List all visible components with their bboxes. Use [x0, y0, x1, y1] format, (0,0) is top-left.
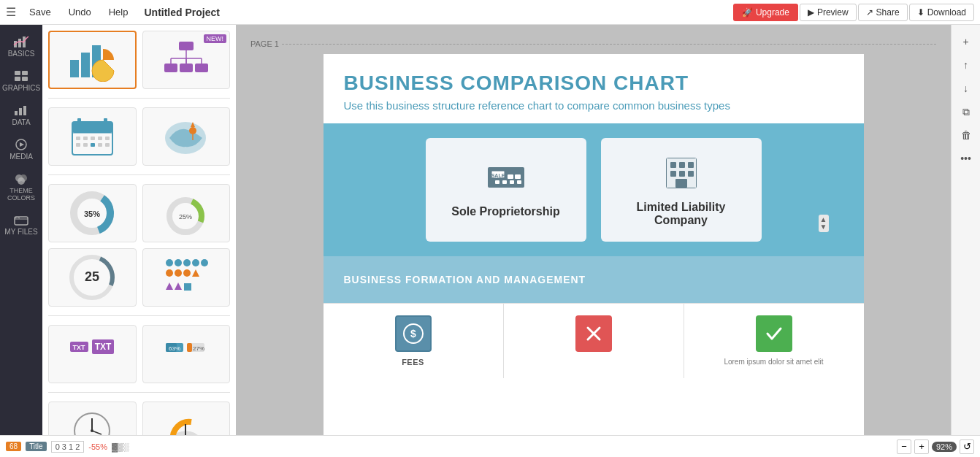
- svg-rect-21: [180, 64, 193, 72]
- panel-item-clock[interactable]: Premium: [48, 402, 137, 435]
- panel-item-gauge2[interactable]: Premium 45 min: [142, 402, 231, 435]
- svg-rect-17: [81, 53, 90, 77]
- panel-item-donut[interactable]: 35%: [48, 184, 137, 242]
- svg-text:SALE: SALE: [491, 173, 505, 178]
- infographic-section-header: BUSINESS FORMATION AND MANAGEMENT: [324, 256, 864, 303]
- panel-item-text-shapes[interactable]: TXT TXT: [48, 325, 137, 383]
- panel-item-org[interactable]: NEW!: [142, 31, 231, 89]
- panel-item-bars[interactable]: 63% 27%: [142, 325, 231, 383]
- svg-marker-64: [192, 269, 199, 277]
- sidebar-item-media[interactable]: MEDIA: [0, 134, 42, 165]
- cell-cross: [504, 304, 684, 378]
- color-bar: ▓▒░: [112, 442, 129, 451]
- svg-point-14: [18, 177, 25, 185]
- upgrade-icon: 🚀: [742, 7, 753, 18]
- scroll-down-arrow[interactable]: ▼: [820, 223, 827, 231]
- svg-rect-36: [98, 137, 102, 140]
- panel-item-dots[interactable]: [142, 248, 231, 307]
- save-button[interactable]: Save: [25, 5, 55, 19]
- panel-item-circle[interactable]: 25: [48, 248, 137, 307]
- panel-item-map[interactable]: [142, 107, 231, 166]
- svg-point-63: [183, 269, 191, 277]
- zoom-in-button[interactable]: +: [914, 439, 929, 454]
- preview-button[interactable]: ▶ Preview: [800, 4, 857, 21]
- undo-button[interactable]: Undo: [64, 5, 96, 19]
- svg-rect-38: [76, 143, 80, 147]
- svg-rect-7: [15, 111, 18, 115]
- svg-text:$: $: [410, 328, 416, 339]
- scroll-widget[interactable]: ▲ ▼: [819, 215, 829, 232]
- svg-point-60: [201, 259, 208, 266]
- svg-text:TXT: TXT: [94, 342, 111, 352]
- svg-rect-76: [187, 343, 192, 352]
- svg-point-59: [192, 259, 199, 266]
- svg-rect-35: [91, 137, 95, 140]
- bottom-bar: 68 Title 0 3 1 2 -55% ▓▒░ − + 92% ↺: [0, 435, 980, 457]
- upgrade-button[interactable]: 🚀 Upgrade: [733, 4, 798, 21]
- zoom-out-button[interactable]: −: [897, 439, 911, 454]
- download-button[interactable]: ⬇ Download: [909, 4, 974, 21]
- svg-rect-32: [104, 118, 107, 126]
- svg-point-58: [183, 259, 191, 266]
- check-cell-text: Lorem ipsum dolor sit amet elit: [724, 358, 823, 366]
- sidebar-item-theme-colors[interactable]: THEME COLORS: [0, 168, 42, 206]
- panel-item-chart[interactable]: [48, 31, 137, 89]
- panel-grid: NEW!: [48, 31, 230, 435]
- rotate-button[interactable]: ↺: [960, 439, 974, 454]
- canvas-area[interactable]: PAGE 1 BUSINESS COMPARISON CHART Use thi…: [236, 25, 951, 435]
- svg-rect-20: [164, 64, 177, 72]
- svg-rect-4: [22, 71, 28, 75]
- zoom-level: 92%: [932, 442, 957, 452]
- check-icon: [756, 315, 792, 352]
- sidebar-item-data[interactable]: DATA: [0, 99, 42, 131]
- svg-text:25%: 25%: [179, 213, 192, 220]
- svg-point-56: [166, 259, 173, 266]
- svg-rect-100: [679, 162, 685, 168]
- svg-rect-94: [502, 180, 507, 184]
- svg-rect-31: [77, 118, 81, 126]
- topbar: ☰ Save Undo Help Untitled Project 🚀 Upgr…: [0, 0, 980, 25]
- panel-item-calendar[interactable]: [48, 107, 137, 166]
- move-up-button[interactable]: ↑: [954, 54, 979, 76]
- menu-icon[interactable]: ☰: [6, 5, 16, 19]
- card-icon-llc: [659, 153, 703, 192]
- svg-rect-39: [83, 143, 88, 147]
- cell-check: Lorem ipsum dolor sit amet elit: [684, 304, 864, 378]
- svg-rect-104: [688, 171, 694, 177]
- preview-icon: ▶: [808, 7, 814, 18]
- svg-rect-91: [508, 174, 513, 179]
- svg-text:35%: 35%: [84, 210, 100, 218]
- svg-rect-92: [515, 174, 521, 179]
- sidebar-item-basics[interactable]: BASICS: [0, 31, 42, 62]
- duplicate-button[interactable]: ⧉: [954, 101, 979, 123]
- infographic: BUSINESS COMPARISON CHART Use this busin…: [324, 54, 864, 435]
- svg-rect-33: [76, 137, 80, 140]
- svg-rect-34: [83, 137, 88, 140]
- share-icon: ↗: [866, 7, 873, 18]
- svg-rect-42: [105, 143, 110, 147]
- svg-rect-5: [15, 77, 20, 81]
- delete-button[interactable]: 🗑: [954, 124, 979, 146]
- new-badge: NEW!: [204, 34, 227, 43]
- svg-point-61: [166, 269, 173, 277]
- add-element-button[interactable]: +: [954, 31, 979, 53]
- project-title: Untitled Project: [144, 7, 219, 18]
- page-label: PAGE 1: [250, 39, 936, 48]
- share-button[interactable]: ↗ Share: [858, 4, 908, 21]
- infographic-subtitle: Use this business structure reference ch…: [344, 99, 843, 112]
- panel-item-gauge[interactable]: 25%: [142, 184, 231, 242]
- svg-rect-8: [19, 108, 22, 115]
- code-label: 0 3 1 2: [51, 441, 85, 453]
- svg-rect-67: [184, 283, 191, 291]
- infographic-title: BUSINESS COMPARISON CHART: [344, 72, 843, 95]
- svg-rect-105: [675, 179, 687, 188]
- percent-label: -55%: [88, 442, 107, 451]
- svg-text:63%: 63%: [169, 345, 180, 352]
- help-button[interactable]: Help: [104, 5, 133, 19]
- cross-icon: [575, 315, 612, 352]
- more-options-button[interactable]: •••: [954, 147, 979, 169]
- sidebar-item-my-files[interactable]: MY FILES: [0, 209, 42, 240]
- card-label-llc: Limited Liability Company: [613, 201, 750, 227]
- sidebar-item-graphics[interactable]: GRAPHICS: [0, 65, 42, 96]
- move-down-button[interactable]: ↓: [954, 77, 979, 99]
